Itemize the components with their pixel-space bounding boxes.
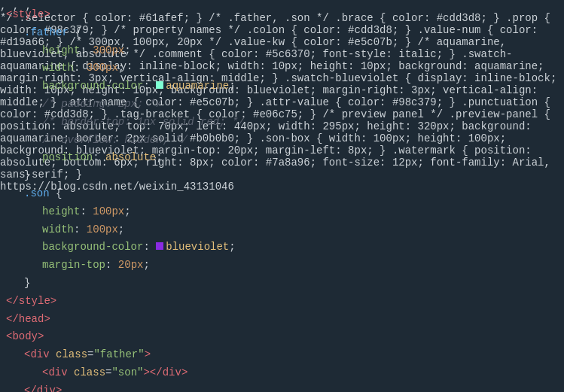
value-num-token: 20px xyxy=(118,257,144,275)
prop-token: margin-top xyxy=(42,257,105,275)
tag-token: div xyxy=(37,382,56,392)
value-kw-token: absolute xyxy=(105,149,156,167)
prop-token: height xyxy=(42,42,80,60)
tag-bracket-token: ></ xyxy=(143,364,162,382)
tag-bracket-token: < xyxy=(42,364,48,382)
value-num-token: 100px xyxy=(87,221,118,239)
brace-token: { xyxy=(50,185,62,203)
code-line: } xyxy=(0,275,324,293)
brace-token: } xyxy=(24,167,30,185)
punctuation-token: = xyxy=(87,346,93,364)
code-line: background-color: aquamarine; xyxy=(0,77,324,96)
value-num-token: 300px xyxy=(93,42,124,60)
punctuation-token: = xyxy=(105,364,111,382)
code-line: <style> xyxy=(0,6,324,24)
blueviolet-swatch xyxy=(156,242,163,250)
prop-token: width xyxy=(42,221,74,239)
prop-token: background-color xyxy=(42,77,143,96)
tag-token: </style> xyxy=(6,293,56,311)
code-line: margin-top: 20px; xyxy=(0,257,324,275)
punctuation-token: ; xyxy=(229,77,235,96)
comment-token: /* padding: 2px; */ xyxy=(42,96,163,114)
tag-token: </head> xyxy=(6,311,50,329)
brace-token: { xyxy=(69,24,81,42)
value-num-token: 100px xyxy=(93,203,124,221)
code-line: width: 300px; xyxy=(0,59,324,77)
selector-token: .son xyxy=(24,185,50,203)
punctuation-token: ; xyxy=(118,221,124,239)
tag-bracket-token: </ xyxy=(24,382,37,392)
code-line: height: 100px; xyxy=(0,203,324,221)
tag-token: div xyxy=(30,346,49,364)
prop-token: width xyxy=(42,59,74,77)
colon-token: : xyxy=(105,257,118,275)
punctuation-token: ; xyxy=(156,149,162,167)
colon-token: : xyxy=(80,42,93,60)
tag-bracket-token: > xyxy=(56,382,62,392)
code-line: <div class="son"></div> xyxy=(0,364,324,382)
code-panel: <style>.father {height: 300px;width: 300… xyxy=(0,0,324,392)
punctuation-token: ; xyxy=(143,257,149,275)
value-kw-token: blueviolet xyxy=(166,239,229,257)
attr-value-token: "son" xyxy=(111,364,143,382)
attr-value-token: "father" xyxy=(93,346,144,364)
punctuation-token: ; xyxy=(124,203,130,221)
code-line: background-color: blueviolet; xyxy=(0,239,324,257)
tag-token: <style> xyxy=(6,6,50,24)
code-line: <body> xyxy=(0,328,324,346)
code-line: width: 100px; xyxy=(0,221,324,239)
colon-token: : xyxy=(74,59,87,77)
prop-token: background-color xyxy=(42,239,143,257)
colon-token: : xyxy=(93,149,105,167)
tag-token: <body> xyxy=(6,328,44,346)
tag-bracket-token: > xyxy=(181,364,187,382)
prop-token: position xyxy=(42,149,93,167)
tag-bracket-token: < xyxy=(24,346,30,364)
code-line: <div class="father"> xyxy=(0,346,324,364)
colon-token: : xyxy=(74,221,87,239)
colon-token: : xyxy=(143,239,156,257)
tag-bracket-token: > xyxy=(145,346,151,364)
punctuation-token: ; xyxy=(118,59,124,77)
code-line: </head> xyxy=(0,311,324,329)
code-line: } xyxy=(0,167,324,185)
code-line: </style> xyxy=(0,293,324,311)
code-line: /* padding: 2px; */ xyxy=(0,96,324,114)
code-line: </div> xyxy=(0,382,324,392)
code-line: .father { xyxy=(0,24,324,42)
punctuation-token: ; xyxy=(229,239,235,257)
colon-token: : xyxy=(80,203,93,221)
brace-token: } xyxy=(24,275,30,293)
attr-name-token: class xyxy=(68,364,105,382)
comment-token: /* border-top: 1px solid red; */ xyxy=(42,114,245,132)
code-line: /* border-top: 1px solid red; */ xyxy=(0,114,324,132)
code-line: /* overflow: hidden; */ xyxy=(0,132,324,150)
selector-token: .father xyxy=(24,24,69,42)
value-kw-token: aquamarine xyxy=(166,77,229,96)
colon-token: : xyxy=(143,77,156,96)
value-num-token: 300px xyxy=(87,59,118,77)
prop-token: height xyxy=(42,203,80,221)
code-line: position: absolute; xyxy=(0,149,324,167)
attr-name-token: class xyxy=(50,346,87,364)
punctuation-token: ; xyxy=(124,42,130,60)
code-line: height: 300px; xyxy=(0,42,324,60)
tag-token: div xyxy=(163,364,181,382)
comment-token: /* overflow: hidden; */ xyxy=(42,132,187,150)
tag-token: div xyxy=(48,364,67,382)
aquamarine-swatch xyxy=(156,81,163,89)
code-line: .son { xyxy=(0,185,324,203)
